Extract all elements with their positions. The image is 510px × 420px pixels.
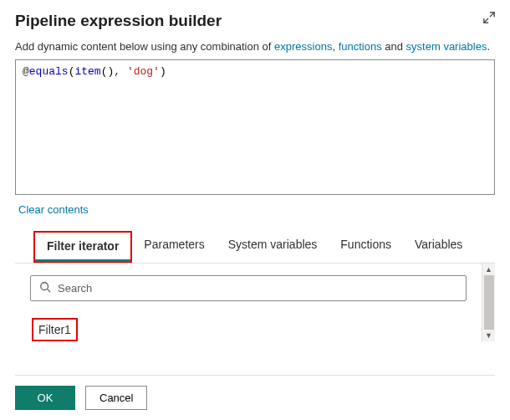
link-functions[interactable]: functions xyxy=(339,40,382,53)
tab-system-variables[interactable]: System variables xyxy=(217,231,329,263)
clear-contents-link[interactable]: Clear contents xyxy=(18,203,89,216)
search-icon xyxy=(39,281,51,295)
link-system-variables[interactable]: system variables xyxy=(406,40,487,53)
subtitle: Add dynamic content below using any comb… xyxy=(15,40,495,53)
scroll-down-icon[interactable]: ▼ xyxy=(485,330,492,341)
scrollbar[interactable]: ▲ ▼ xyxy=(482,264,495,341)
search-input-wrap[interactable] xyxy=(30,275,467,301)
scroll-thumb[interactable] xyxy=(484,275,494,330)
subtitle-text: Add dynamic content below using any comb… xyxy=(15,40,274,53)
page-title: Pipeline expression builder xyxy=(15,12,222,30)
svg-point-0 xyxy=(41,283,48,290)
tab-bar: Filter iterator Parameters System variab… xyxy=(15,231,495,264)
cancel-button[interactable]: Cancel xyxy=(85,386,147,410)
list-item[interactable]: Filter1 xyxy=(32,318,78,341)
expand-icon[interactable] xyxy=(483,12,495,26)
svg-line-1 xyxy=(48,289,51,293)
footer: OK Cancel xyxy=(15,375,495,410)
tab-parameters[interactable]: Parameters xyxy=(132,231,216,263)
tab-filter-iterator[interactable]: Filter iterator xyxy=(33,231,132,263)
ok-button[interactable]: OK xyxy=(15,386,75,410)
tab-variables[interactable]: Variables xyxy=(403,231,474,263)
expression-editor[interactable]: @equals(item(), 'dog') xyxy=(15,59,495,195)
search-input[interactable] xyxy=(58,282,457,295)
link-expressions[interactable]: expressions xyxy=(274,40,332,53)
scroll-up-icon[interactable]: ▲ xyxy=(485,264,492,275)
tab-functions[interactable]: Functions xyxy=(329,231,403,263)
